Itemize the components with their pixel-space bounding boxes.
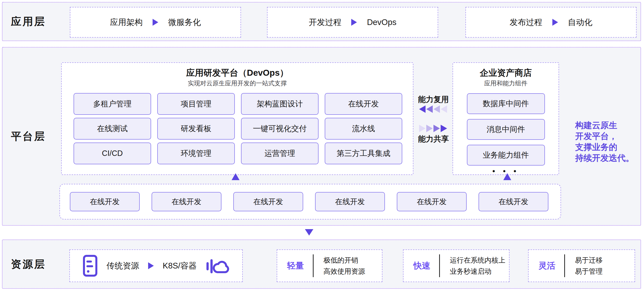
capability-share-label: 能力共享 — [418, 135, 449, 144]
slogan-line: 构建云原生 — [575, 120, 634, 131]
arrows-right-icon — [419, 125, 448, 132]
feature-description: 易于迁移 易于管理 — [575, 255, 603, 277]
feature-divider — [564, 254, 565, 277]
app-layer-label: 应用层 — [11, 14, 46, 28]
platform-layer-label: 平台层 — [11, 129, 46, 143]
runtime-cell: 在线开发 — [152, 192, 222, 211]
feature-box-flexible: 灵活 易于迁移 易于管理 — [528, 250, 635, 282]
resource-layer-section: 资源层 传统资源 K8S/容器 轻量 极低的开销 高效使用资源 — [2, 240, 641, 289]
arrow-right-icon — [552, 19, 558, 26]
runtime-cell: 在线开发 — [397, 192, 467, 211]
feature-title: 快速 — [414, 260, 430, 272]
transition-from-label: 开发过程 — [308, 17, 341, 28]
asset-panel-title: 企业资产商店 — [453, 68, 558, 78]
feature-line: 极低的开销 — [324, 255, 365, 266]
resource-layer-label: 资源层 — [11, 257, 46, 271]
runtime-cell: 在线开发 — [233, 192, 303, 211]
asset-cell: 业务能力组件 — [467, 145, 545, 166]
feature-line: 业务秒速启动 — [450, 266, 505, 277]
triangle-down-icon — [305, 229, 313, 236]
capability-cell: 架构蓝图设计 — [241, 93, 318, 115]
asset-store-panel: 企业资产商店 应用和能力组件 数据库中间件 消息中间件 业务能力组件 • • • — [452, 62, 559, 175]
feature-box-fast: 快速 运行在系统内核上 业务秒速启动 — [403, 250, 510, 282]
feature-title: 轻量 — [287, 260, 304, 272]
transition-from-label: 应用架构 — [110, 17, 143, 28]
capability-cell: 项目管理 — [157, 93, 235, 115]
app-transition-architecture: 应用架构 微服务化 — [70, 7, 241, 38]
arrows-left-icon — [419, 105, 448, 113]
app-transition-release: 发布过程 自动化 — [466, 7, 636, 38]
transition-to-label: DevOps — [367, 17, 396, 27]
feature-box-lightweight: 轻量 极低的开销 高效使用资源 — [277, 250, 382, 282]
feature-line: 高效使用资源 — [324, 266, 365, 277]
slogan-line: 持续开发迭代。 — [575, 152, 634, 163]
feature-line: 易于管理 — [575, 266, 603, 277]
capability-cell: 在线测试 — [74, 118, 151, 140]
asset-items-list: 数据库中间件 消息中间件 业务能力组件 — [453, 93, 558, 166]
runtime-cell: 在线开发 — [315, 192, 385, 211]
feature-description: 极低的开销 高效使用资源 — [324, 255, 365, 277]
devops-platform-panel: 应用研发平台（DevOps） 实现对云原生应用开发的一站式支撑 多租户管理 项目… — [61, 62, 414, 175]
runtime-cell: 在线开发 — [70, 192, 140, 211]
app-transition-devprocess: 开发过程 DevOps — [267, 7, 438, 38]
devops-panel-title: 应用研发平台（DevOps） — [62, 68, 413, 78]
capability-reuse-label: 能力复用 — [418, 95, 449, 104]
resource-transition-box: 传统资源 K8S/容器 — [69, 250, 243, 282]
capability-cell: 在线开发 — [325, 93, 402, 115]
slogan-line: 支撑业务的 — [575, 142, 634, 152]
asset-panel-subtitle: 应用和能力组件 — [453, 79, 558, 87]
asset-cell: 数据库中间件 — [467, 93, 545, 114]
platform-layer-section: 平台层 应用研发平台（DevOps） 实现对云原生应用开发的一站式支撑 多租户管… — [2, 47, 641, 226]
transition-to-label: 微服务化 — [168, 17, 201, 28]
triangle-right-icon — [434, 125, 440, 132]
triangle-left-icon — [426, 105, 433, 113]
feature-divider — [313, 254, 314, 277]
feature-title: 灵活 — [538, 260, 555, 272]
feature-line: 易于迁移 — [575, 255, 603, 266]
capability-cell: 运营管理 — [241, 143, 318, 164]
feature-description: 运行在系统内核上 业务秒速启动 — [450, 255, 505, 277]
runtime-container: 在线开发 在线开发 在线开发 在线开发 在线开发 在线开发 — [60, 184, 561, 220]
slogan-text: 构建云原生 开发平台， 支撑业务的 持续开发迭代。 — [575, 120, 634, 163]
capability-cell: 研发看板 — [157, 118, 235, 140]
feature-divider — [439, 254, 440, 277]
resource-from-label: 传统资源 — [106, 260, 139, 272]
transition-to-label: 自动化 — [568, 17, 592, 28]
arrow-right-icon — [351, 19, 357, 26]
arrow-right-icon — [148, 262, 154, 269]
feature-line: 运行在系统内核上 — [450, 255, 505, 266]
cloud-container-icon — [206, 256, 229, 275]
capability-cell: 多租户管理 — [74, 93, 151, 115]
arrow-right-icon — [152, 19, 158, 26]
cloud-native-architecture-diagram: 应用层 应用架构 微服务化 开发过程 DevOps 发布过程 自动化 平台层 应… — [0, 0, 644, 290]
slogan-line: 开发平台， — [575, 131, 634, 142]
devops-panel-subtitle: 实现对云原生应用开发的一站式支撑 — [62, 79, 413, 87]
capability-connector: 能力复用 能力共享 — [414, 95, 453, 144]
transition-from-label: 发布过程 — [510, 17, 542, 28]
devops-capability-grid: 多租户管理 项目管理 架构蓝图设计 在线开发 在线测试 研发看板 一键可视化交付… — [74, 93, 402, 164]
asset-cell: 消息中间件 — [467, 119, 545, 140]
triangle-right-icon — [441, 125, 447, 132]
server-icon — [83, 255, 98, 277]
capability-cell: 第三方工具集成 — [325, 143, 402, 164]
capability-cell: 一键可视化交付 — [241, 118, 318, 140]
triangle-left-icon — [434, 105, 440, 113]
triangle-left-icon — [419, 105, 426, 113]
runtime-cell: 在线开发 — [478, 192, 548, 211]
triangle-up-icon — [503, 173, 511, 180]
triangle-up-icon — [232, 173, 240, 180]
triangle-right-icon — [426, 125, 433, 132]
capability-cell: CI/CD — [74, 143, 151, 164]
capability-cell: 流水线 — [325, 118, 402, 140]
app-layer-section: 应用层 应用架构 微服务化 开发过程 DevOps 发布过程 自动化 — [2, 2, 641, 41]
capability-cell: 环境管理 — [157, 143, 235, 164]
triangle-right-icon — [419, 125, 426, 132]
resource-to-label: K8S/容器 — [163, 260, 197, 272]
triangle-left-icon — [441, 105, 447, 113]
